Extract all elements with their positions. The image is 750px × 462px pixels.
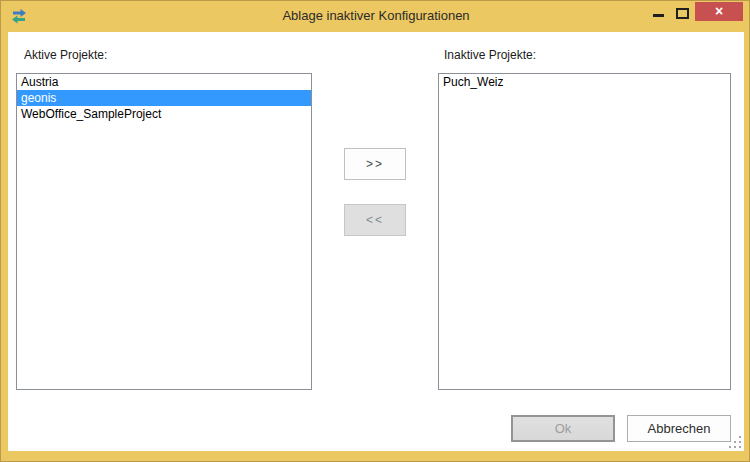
maximize-button[interactable]	[671, 1, 695, 25]
list-item-selected[interactable]: geonis	[17, 90, 311, 106]
resize-grip-icon	[729, 436, 731, 438]
move-to-inactive-button[interactable]: >>	[344, 148, 406, 180]
cancel-button[interactable]: Abbrechen	[627, 415, 731, 442]
list-item[interactable]: Puch_Weiz	[439, 74, 730, 90]
list-item[interactable]: Austria	[17, 74, 311, 90]
active-projects-listbox: Austria geonis WebOffice_SampleProject	[16, 73, 312, 390]
minimize-button[interactable]	[645, 1, 671, 25]
list-item[interactable]: WebOffice_SampleProject	[17, 106, 311, 122]
inactive-projects-listbox: Puch_Weiz	[438, 73, 731, 390]
resize-grip[interactable]	[729, 436, 743, 450]
close-icon: ×	[715, 3, 723, 19]
dialog-window: Ablage inaktiver Konfigurationen × Aktiv…	[0, 0, 750, 462]
active-projects-label: Aktive Projekte:	[24, 48, 107, 62]
maximize-icon	[676, 8, 689, 19]
ok-button[interactable]: Ok	[511, 415, 615, 442]
titlebar[interactable]: Ablage inaktiver Konfigurationen ×	[1, 1, 750, 32]
minimize-icon	[653, 14, 664, 17]
window-title: Ablage inaktiver Konfigurationen	[1, 1, 750, 32]
move-to-active-button[interactable]: <<	[344, 204, 406, 236]
transfer-arrows-icon	[11, 8, 27, 24]
close-button[interactable]: ×	[695, 2, 743, 21]
dialog-client-area: Aktive Projekte: Inaktive Projekte: Aust…	[8, 32, 744, 451]
inactive-projects-label: Inaktive Projekte:	[444, 48, 536, 62]
